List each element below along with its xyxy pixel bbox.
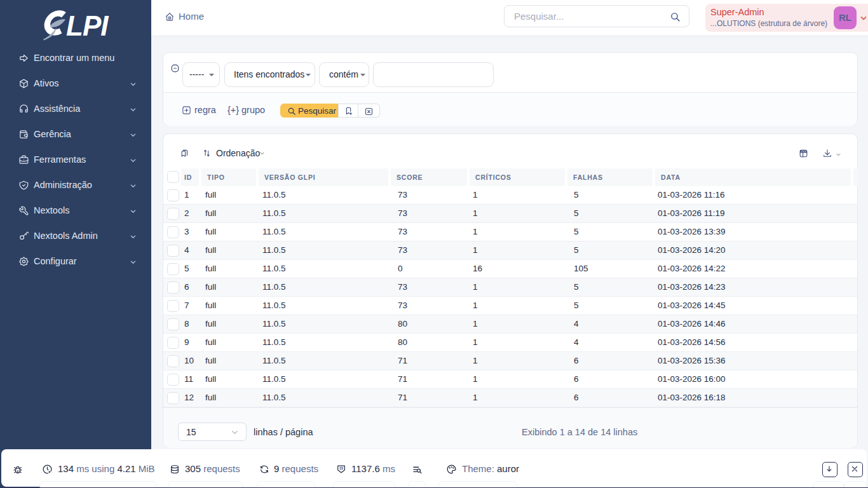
svg-text:15: 15 <box>339 466 343 470</box>
svg-text:LPI: LPI <box>66 10 109 41</box>
